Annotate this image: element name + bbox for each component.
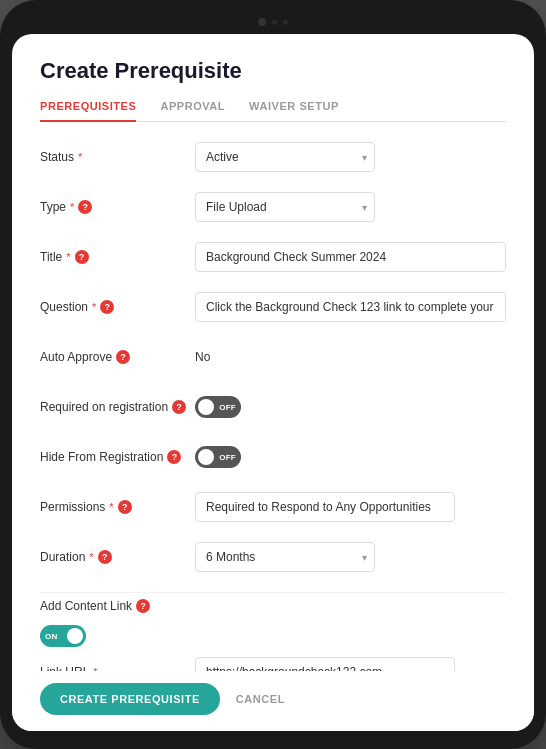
create-prerequisite-button[interactable]: CREATE PREREQUISITE — [40, 683, 220, 715]
required-registration-control: OFF — [195, 392, 506, 418]
permissions-required: * — [109, 501, 113, 513]
camera-dot — [258, 18, 266, 26]
question-input[interactable] — [195, 292, 506, 322]
status-row: Status * Active Inactive ▾ — [40, 142, 506, 178]
duration-required: * — [89, 551, 93, 563]
link-url-control — [195, 657, 506, 671]
auto-approve-help-icon[interactable]: ? — [116, 350, 130, 364]
duration-select-wrapper: 6 Months 1 Month 3 Months 1 Year Never ▾ — [195, 542, 375, 572]
question-label: Question * ? — [40, 292, 195, 314]
required-registration-toggle[interactable]: OFF — [195, 396, 241, 418]
status-select-wrapper: Active Inactive ▾ — [195, 142, 375, 172]
question-required: * — [92, 301, 96, 313]
duration-help-icon[interactable]: ? — [98, 550, 112, 564]
tab-bar: PREREQUISITES APPROVAL WAIVER SETUP — [40, 100, 506, 122]
duration-control: 6 Months 1 Month 3 Months 1 Year Never ▾ — [195, 542, 506, 572]
link-url-row: Link URL * — [40, 657, 506, 671]
type-select[interactable]: File Upload Text Response Background Che… — [195, 192, 375, 222]
type-help-icon[interactable]: ? — [78, 200, 92, 214]
tablet-top-bar — [12, 18, 534, 26]
add-content-link-row: Add Content Link ? ON — [40, 599, 506, 647]
title-required: * — [66, 251, 70, 263]
hide-registration-row: Hide From Registration ? OFF — [40, 442, 506, 478]
type-label: Type * ? — [40, 192, 195, 214]
page-title: Create Prerequisite — [40, 58, 506, 84]
section-divider — [40, 592, 506, 593]
permissions-input[interactable] — [195, 492, 455, 522]
type-control: File Upload Text Response Background Che… — [195, 192, 506, 222]
duration-select[interactable]: 6 Months 1 Month 3 Months 1 Year Never — [195, 542, 375, 572]
status-required: * — [78, 151, 82, 163]
type-row: Type * ? File Upload Text Response Backg… — [40, 192, 506, 228]
permissions-control — [195, 492, 506, 522]
question-help-icon[interactable]: ? — [100, 300, 114, 314]
auto-approve-label: Auto Approve ? — [40, 342, 195, 364]
title-control — [195, 242, 506, 272]
required-registration-help-icon[interactable]: ? — [172, 400, 186, 414]
screen: Create Prerequisite PREREQUISITES APPROV… — [12, 34, 534, 731]
auto-approve-control: No — [195, 342, 506, 364]
add-content-link-toggle[interactable]: ON — [40, 625, 86, 647]
duration-label: Duration * ? — [40, 542, 195, 564]
link-url-label: Link URL * — [40, 657, 195, 671]
title-label: Title * ? — [40, 242, 195, 264]
status-control: Active Inactive ▾ — [195, 142, 506, 172]
hide-registration-control: OFF — [195, 442, 506, 468]
add-content-link-label: Add Content Link ? — [40, 599, 150, 613]
sensor-dot — [272, 20, 277, 25]
tablet-frame: Create Prerequisite PREREQUISITES APPROV… — [0, 0, 546, 749]
hide-registration-help-icon[interactable]: ? — [167, 450, 181, 464]
permissions-row: Permissions * ? — [40, 492, 506, 528]
add-content-link-control: ON — [40, 621, 86, 647]
hide-registration-toggle-label: OFF — [219, 453, 236, 462]
hide-registration-toggle[interactable]: OFF — [195, 446, 241, 468]
tab-waiver-setup[interactable]: WAIVER SETUP — [249, 100, 339, 122]
permissions-help-icon[interactable]: ? — [118, 500, 132, 514]
add-content-link-help-icon[interactable]: ? — [136, 599, 150, 613]
title-row: Title * ? — [40, 242, 506, 278]
link-url-input[interactable] — [195, 657, 455, 671]
question-row: Question * ? — [40, 292, 506, 328]
permissions-label: Permissions * ? — [40, 492, 195, 514]
duration-row: Duration * ? 6 Months 1 Month 3 Months 1… — [40, 542, 506, 578]
type-select-wrapper: File Upload Text Response Background Che… — [195, 192, 375, 222]
required-registration-toggle-label: OFF — [219, 403, 236, 412]
sensor-dot2 — [283, 20, 288, 25]
cancel-button[interactable]: CANCEL — [236, 693, 285, 705]
status-label: Status * — [40, 142, 195, 164]
form-content: Create Prerequisite PREREQUISITES APPROV… — [12, 34, 534, 671]
question-control — [195, 292, 506, 322]
required-registration-row: Required on registration ? OFF — [40, 392, 506, 428]
type-required: * — [70, 201, 74, 213]
title-input[interactable] — [195, 242, 506, 272]
footer-actions: CREATE PREREQUISITE CANCEL — [12, 671, 534, 731]
hide-registration-label: Hide From Registration ? — [40, 442, 195, 464]
status-select[interactable]: Active Inactive — [195, 142, 375, 172]
auto-approve-value: No — [195, 342, 506, 364]
tab-approval[interactable]: APPROVAL — [160, 100, 225, 122]
title-help-icon[interactable]: ? — [75, 250, 89, 264]
tab-prerequisites[interactable]: PREREQUISITES — [40, 100, 136, 122]
add-content-link-toggle-label: ON — [45, 632, 57, 641]
auto-approve-row: Auto Approve ? No — [40, 342, 506, 378]
required-registration-label: Required on registration ? — [40, 392, 195, 414]
